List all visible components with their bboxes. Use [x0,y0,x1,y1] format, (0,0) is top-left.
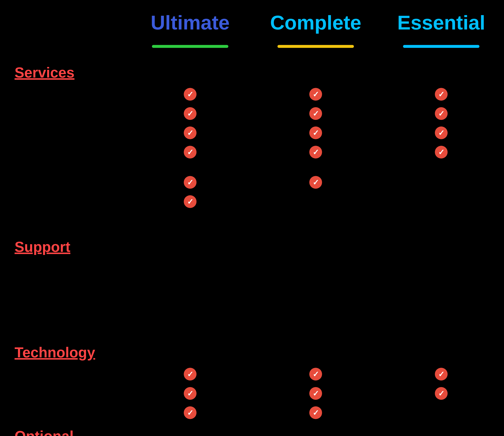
feature-row: ✓ ✓ ✓ [0,143,504,162]
check-icon: ✓ [184,176,197,189]
check-ultimate: ✓ [127,195,253,208]
feature-row: ✓ ✓ [0,173,504,192]
check-icon: ✓ [309,176,322,189]
check-icon: ✓ [309,88,322,101]
check-essential: ✓ [378,88,504,101]
check-essential [378,176,504,189]
check-complete: ✓ [253,176,378,189]
check-complete: ✓ [253,107,378,120]
check-ultimate [127,301,253,314]
feature-row [0,298,504,317]
bars-row [0,41,504,59]
check-ultimate: ✓ [127,146,253,158]
section-heading-optional: Optional [0,422,504,436]
check-icon: ✓ [184,146,197,158]
check-essential [378,282,504,294]
check-empty [309,262,322,275]
bar-spacer [0,45,127,48]
check-essential [378,406,504,419]
check-empty [309,195,322,208]
bar-essential [403,45,479,48]
feature-row: ✓ ✓ ✓ [0,85,504,104]
plan-essential-title: Essential [397,11,485,34]
check-icon: ✓ [184,107,197,120]
feature-row [0,278,504,298]
check-ultimate: ✓ [127,387,253,400]
check-essential [378,195,504,208]
plan-essential-header: Essential [378,11,504,34]
check-empty [435,176,448,189]
check-icon: ✓ [435,368,448,381]
feature-row: ✓ ✓ ✓ [0,384,504,403]
check-complete [253,195,378,208]
check-complete: ✓ [253,88,378,101]
check-essential: ✓ [378,127,504,139]
check-icon: ✓ [184,406,197,419]
check-icon: ✓ [309,387,322,400]
check-complete: ✓ [253,127,378,139]
page-container: Ultimate Complete Essential Services ✓ ✓… [0,0,504,436]
check-ultimate: ✓ [127,88,253,101]
check-ultimate: ✓ [127,127,253,139]
plan-ultimate-header: Ultimate [127,11,253,34]
check-ultimate: ✓ [127,107,253,120]
check-ultimate: ✓ [127,176,253,189]
check-empty [435,301,448,314]
spacer [0,211,504,233]
bar-complete-col [253,45,378,48]
check-complete [253,282,378,294]
section-heading-services: Services [0,59,504,85]
check-icon: ✓ [184,368,197,381]
check-empty [435,262,448,275]
check-empty [435,195,448,208]
check-icon: ✓ [309,127,322,139]
check-icon: ✓ [184,195,197,208]
section-heading-support: Support [0,233,504,259]
check-empty [184,301,197,314]
feature-row: ✓ ✓ ✓ [0,123,504,143]
bar-ultimate [152,45,228,48]
spacer [0,162,504,173]
bar-complete [278,45,354,48]
check-empty [184,282,197,294]
check-icon: ✓ [309,107,322,120]
check-ultimate [127,282,253,294]
feature-row: ✓ [0,192,504,211]
header-row: Ultimate Complete Essential [0,11,504,41]
check-essential: ✓ [378,146,504,158]
check-essential: ✓ [378,107,504,120]
plan-ultimate-title: Ultimate [151,11,230,34]
check-ultimate: ✓ [127,368,253,381]
check-icon: ✓ [184,387,197,400]
check-icon: ✓ [309,146,322,158]
bar-ultimate-col [127,45,253,48]
check-icon: ✓ [309,368,322,381]
check-ultimate: ✓ [127,406,253,419]
feature-row: ✓ ✓ [0,403,504,422]
plan-complete-header: Complete [253,11,378,34]
section-heading-technology: Technology [0,339,504,364]
bar-essential-col [378,45,504,48]
check-empty [435,406,448,419]
check-icon: ✓ [435,88,448,101]
header-label-spacer [0,11,127,34]
check-complete: ✓ [253,146,378,158]
spacer [0,317,504,339]
check-icon: ✓ [435,107,448,120]
check-empty [309,282,322,294]
check-icon: ✓ [435,387,448,400]
check-icon: ✓ [309,406,322,419]
check-empty [184,262,197,275]
check-essential [378,301,504,314]
check-empty [435,282,448,294]
check-complete [253,301,378,314]
check-complete: ✓ [253,387,378,400]
check-icon: ✓ [184,127,197,139]
check-ultimate [127,262,253,275]
check-icon: ✓ [435,146,448,158]
check-complete [253,262,378,275]
feature-row: ✓ ✓ ✓ [0,104,504,123]
check-essential [378,262,504,275]
check-essential: ✓ [378,368,504,381]
check-complete: ✓ [253,368,378,381]
